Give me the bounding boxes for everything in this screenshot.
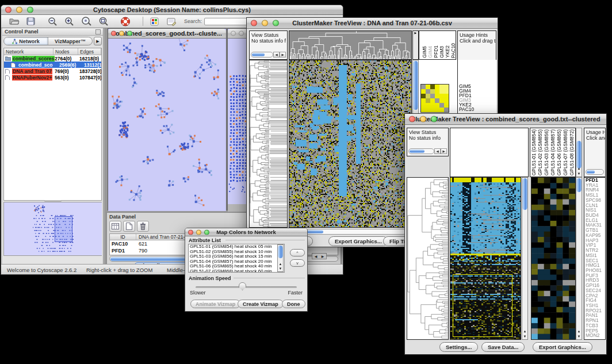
network-view-window[interactable]: combined_scores_good.txt--cluste... xyxy=(108,28,227,210)
save-icon[interactable] xyxy=(26,17,35,25)
scroll-right-icon[interactable]: ▶ xyxy=(280,52,286,58)
move-down-button[interactable]: v xyxy=(290,259,305,267)
tab-network[interactable]: Network xyxy=(4,37,48,45)
attribute-list-item[interactable]: GPL51-07 (GSM868) heat shock 60 min xyxy=(190,269,284,273)
tv2-vscrollbar[interactable]: ▲▼ xyxy=(522,177,528,340)
tv1-status-scrollbar[interactable]: ◀▶ xyxy=(251,51,286,58)
scroll-left-icon[interactable]: ◀ xyxy=(434,148,441,154)
zoom-out-icon[interactable] xyxy=(48,17,58,26)
col-id[interactable]: ID xyxy=(110,234,136,240)
close-button[interactable] xyxy=(251,20,257,26)
column-label[interactable]: GIM3 xyxy=(439,46,445,58)
column-label[interactable]: GPL51-07 (GSM868) xyxy=(563,129,568,175)
col-nodes[interactable]: Nodes xyxy=(53,48,78,55)
dialog-titlebar[interactable]: Map Colors to Network xyxy=(185,228,307,236)
minimize-button[interactable] xyxy=(119,31,124,36)
tv2-labels-scrollbar[interactable]: ▲▼ xyxy=(576,128,582,177)
attribute-list[interactable]: GPL51-01 (GSM854) heat shock 05 minGPL51… xyxy=(188,244,285,273)
minimize-button[interactable] xyxy=(16,7,22,13)
tv1-export-graphics-button[interactable]: Export Graphics... xyxy=(328,236,388,246)
gene-label[interactable]: MON2 xyxy=(586,333,605,338)
scroll-left-icon[interactable]: ◀ xyxy=(273,52,280,58)
column-label[interactable]: GIM4 xyxy=(427,46,433,58)
column-label[interactable]: GPL51-03 (GSM856) xyxy=(544,129,549,175)
close-button[interactable] xyxy=(409,116,415,122)
tv1-heatmap[interactable] xyxy=(289,60,412,228)
tv2-titlebar[interactable]: ClusterMaker TreeView : combined_scores_… xyxy=(405,114,606,125)
zoom-in-icon[interactable] xyxy=(64,17,74,26)
col-edges[interactable]: Edges xyxy=(78,48,101,55)
help-lifebuoy-icon[interactable] xyxy=(120,17,131,26)
tv2-save-data-button[interactable]: Save Data... xyxy=(481,342,525,352)
tv2-zoom-scrollbar[interactable]: ▲▼ xyxy=(576,177,582,340)
animate-vizmap-button[interactable]: Animate Vizmap xyxy=(190,300,240,308)
network-canvas[interactable] xyxy=(108,39,226,211)
tv1-mini-heatmap[interactable] xyxy=(420,84,449,113)
column-label[interactable]: PFD1 xyxy=(433,45,439,58)
float-panel-icon[interactable] xyxy=(95,29,101,35)
column-label[interactable]: GPL51-01 (GSM854) xyxy=(531,129,537,175)
hscroll-arrows[interactable]: ◀▶ xyxy=(312,253,327,259)
col-network[interactable]: Network xyxy=(4,48,53,55)
minimize-button[interactable] xyxy=(196,229,201,235)
zoom-button[interactable] xyxy=(204,229,209,235)
column-label[interactable]: GPL51-08 (GSM872) xyxy=(569,129,575,175)
delete-attribute-icon[interactable] xyxy=(137,221,149,232)
new-attribute-icon[interactable] xyxy=(123,221,135,232)
tv2-settings-button[interactable]: Settings... xyxy=(439,342,478,352)
table-options-icon[interactable] xyxy=(109,221,121,232)
annotation-icon[interactable] xyxy=(167,17,176,26)
column-label[interactable]: PAC10 xyxy=(450,43,456,58)
search-input[interactable] xyxy=(204,18,249,25)
close-button[interactable] xyxy=(111,31,116,36)
zoom-button[interactable] xyxy=(27,7,33,13)
tab-overflow-button[interactable]: ▶ xyxy=(94,37,102,45)
attribute-list-scrollbar[interactable]: ▲▼ xyxy=(277,244,284,272)
zoom-selected-icon[interactable] xyxy=(81,17,92,26)
tv2-hints-scrollbar[interactable] xyxy=(586,168,604,175)
main-titlebar[interactable]: Cytoscape Desktop (Session Name: collins… xyxy=(1,5,343,15)
network-titlebar[interactable]: combined_scores_good.txt--cluste... xyxy=(108,29,226,39)
minimize-button[interactable] xyxy=(420,116,426,122)
column-label[interactable]: GPL51-02 (GSM855) xyxy=(537,129,543,175)
speed-slider-thumb[interactable] xyxy=(239,282,246,290)
minimize-button[interactable] xyxy=(262,20,268,26)
open-icon[interactable] xyxy=(9,17,20,25)
network-view-window-2[interactable] xyxy=(227,28,248,210)
column-label[interactable]: GPL51-06 (GSM865) xyxy=(556,129,562,175)
close-button[interactable] xyxy=(188,229,193,235)
zoom-button[interactable] xyxy=(431,116,437,122)
move-up-button[interactable]: ^ xyxy=(290,249,305,256)
network2-canvas[interactable] xyxy=(228,39,247,212)
create-vizmap-button[interactable]: Create Vizmap xyxy=(238,300,284,308)
tv2-export-graphics-button[interactable]: Export Graphics... xyxy=(533,342,592,352)
close-button[interactable] xyxy=(5,7,12,13)
tv2-top-dendrogram[interactable] xyxy=(450,128,529,177)
network-row[interactable]: combined_scores2764(0)16218(0) xyxy=(4,55,101,62)
gene-label[interactable]: PAC10 xyxy=(459,107,496,112)
minimize-button[interactable] xyxy=(239,31,244,36)
network2-titlebar[interactable] xyxy=(228,29,247,39)
tv1-hscrollbar[interactable]: ◀▶ xyxy=(289,228,419,235)
tv2-heatmap[interactable] xyxy=(450,177,521,340)
network-overview-panel[interactable] xyxy=(3,202,102,256)
vizmapper-icon[interactable] xyxy=(150,17,159,26)
tv2-row-dendrogram[interactable] xyxy=(407,177,449,340)
close-button[interactable] xyxy=(231,31,236,36)
done-button[interactable]: Done xyxy=(282,300,305,308)
network-row[interactable]: combined_sco2569(6)13112(15) xyxy=(4,62,101,68)
column-label[interactable]: GIM5 xyxy=(422,46,427,58)
column-label[interactable]: YKE2 xyxy=(445,45,450,58)
scroll-right-icon[interactable]: ▶ xyxy=(441,148,447,154)
column-label[interactable]: GPL51-04 (GSM857) xyxy=(550,129,556,175)
tv2-zoom-heatmap[interactable] xyxy=(531,177,576,340)
zoom-button[interactable] xyxy=(273,20,279,26)
network-row[interactable]: RNAPuberNov2+563(0)107847(0) xyxy=(4,74,101,81)
network-row[interactable]: DNA and Tran 07769(0)183728(0) xyxy=(4,68,101,74)
speed-slider-track[interactable] xyxy=(196,286,297,288)
tv1-row-dendrogram[interactable] xyxy=(249,60,288,228)
tab-vizmapper[interactable]: VizMapper™ xyxy=(48,37,92,45)
zoom-fit-icon[interactable] xyxy=(99,17,109,26)
tv2-status-scrollbar[interactable]: ◀▶ xyxy=(408,148,447,155)
tv1-top-dendrogram[interactable] xyxy=(289,30,412,60)
